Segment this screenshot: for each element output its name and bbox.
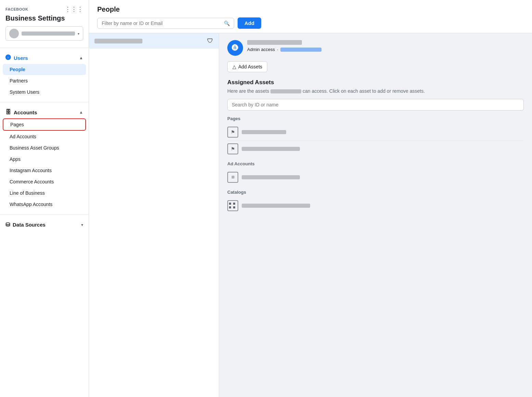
accounts-collapse-icon: ▲ (79, 110, 83, 115)
person-detail-access: Admin access · (247, 47, 524, 52)
accounts-items: Pages Ad Accounts Business Asset Groups … (3, 118, 86, 210)
users-section-header[interactable]: 🅐 Users ▲ (3, 52, 86, 64)
add-assets-button[interactable]: △ Add Assets (227, 61, 267, 72)
shield-icon: 🛡 (207, 37, 213, 44)
person-name-blurred (94, 39, 142, 43)
data-sources-section-title: ⛁ Data Sources (5, 221, 46, 228)
page-icon-1: ⚑ (227, 127, 238, 138)
desc-before: Here are the assets (227, 88, 269, 94)
users-label: Users (14, 55, 28, 61)
access-link-blurred (280, 48, 321, 52)
data-sources-label: Data Sources (13, 222, 46, 228)
sidebar-divider-3 (0, 214, 89, 215)
add-assets-label: Add Assets (238, 64, 262, 69)
data-sources-section-header[interactable]: ⛁ Data Sources ▾ (3, 219, 86, 231)
users-icon: 🅐 (5, 55, 11, 61)
users-collapse-icon: ▲ (79, 55, 83, 60)
sidebar-item-whatsapp-accounts[interactable]: WhatsApp Accounts (3, 199, 86, 210)
users-items: People Partners System Users (3, 64, 86, 98)
pages-row: Pages (3, 118, 86, 131)
users-section: 🅐 Users ▲ People Partners System Users (0, 52, 89, 98)
grid-icon[interactable]: ⋮⋮⋮ (65, 5, 83, 13)
sidebar-item-people[interactable]: People (3, 64, 86, 75)
add-assets-icon: △ (232, 64, 236, 69)
person-detail-info: Admin access · (247, 40, 524, 52)
adacc-name-blur-1 (242, 175, 300, 179)
asset-row-adacc1[interactable]: ⊞ (227, 169, 524, 185)
person-avatar: 🅐 (227, 40, 243, 56)
data-sources-collapse-icon: ▾ (81, 222, 83, 227)
filter-input[interactable] (102, 21, 221, 26)
ad-account-icon-1: ⊞ (227, 172, 238, 183)
asset-row-page1[interactable]: ⚑ (227, 124, 524, 141)
add-button[interactable]: Add (238, 17, 261, 29)
main-toolbar: 🔍 Add (97, 17, 524, 29)
asset-row-cat1[interactable] (227, 197, 524, 214)
ad-accounts-section-label: Ad Accounts (227, 161, 524, 166)
account-avatar (9, 29, 19, 38)
catalogs-section-label: Catalogs (227, 190, 524, 195)
accounts-section: 🗄 Accounts ▲ Pages Ad Accounts Bu (0, 106, 89, 210)
pages-list: ⚑ ⚑ (227, 124, 524, 157)
brand-label: FACEBOOK (5, 7, 28, 11)
content-area: 🛡 🅐 Admin access · (89, 33, 532, 397)
person-row[interactable]: 🛡 (89, 33, 219, 49)
sidebar-divider-1 (0, 48, 89, 48)
sidebar-item-apps[interactable]: Apps (3, 154, 86, 165)
page-name-blur-1 (242, 130, 286, 134)
right-panel: 🅐 Admin access · △ Add Assets Assi (219, 33, 532, 397)
chevron-down-icon: ▾ (78, 32, 79, 36)
accounts-icon: 🗄 (5, 109, 11, 115)
sidebar: FACEBOOK ⋮⋮⋮ Business Settings ▾ 🅐 Users… (0, 0, 89, 397)
main-header: People 🔍 Add (89, 0, 532, 33)
search-assets-input[interactable] (232, 102, 519, 107)
account-name (22, 31, 75, 36)
sidebar-divider-2 (0, 102, 89, 102)
person-detail-name-blurred (247, 40, 302, 45)
person-avatar-icon: 🅐 (232, 44, 239, 52)
catalog-name-blur-1 (242, 204, 310, 208)
admin-access-label: Admin access (247, 47, 275, 52)
catalog-icon-1 (227, 200, 238, 211)
ad-accounts-list: ⊞ (227, 169, 524, 185)
accounts-section-header[interactable]: 🗄 Accounts ▲ (3, 106, 86, 118)
catalogs-list (227, 197, 524, 214)
desc-after: can access. Click on each asset to add o… (303, 88, 425, 94)
biz-settings-title: Business Settings (5, 14, 83, 22)
page-title: People (97, 5, 524, 13)
sidebar-item-business-asset-groups[interactable]: Business Asset Groups (3, 142, 86, 153)
data-sources-section: ⛁ Data Sources ▾ (0, 219, 89, 231)
sidebar-header: FACEBOOK ⋮⋮⋮ Business Settings ▾ (0, 0, 89, 43)
page-icon-2: ⚑ (227, 143, 238, 154)
sidebar-item-partners[interactable]: Partners (3, 75, 86, 86)
page-name-blur-2 (242, 147, 300, 151)
sidebar-item-line-of-business[interactable]: Line of Business (3, 188, 86, 198)
users-section-title: 🅐 Users (5, 55, 28, 61)
assigned-assets-title: Assigned Assets (227, 79, 524, 86)
filter-input-wrap: 🔍 (97, 18, 234, 29)
sidebar-item-ad-accounts[interactable]: Ad Accounts (3, 131, 86, 142)
accounts-label: Accounts (14, 110, 37, 115)
pages-section-label: Pages (227, 116, 524, 121)
search-assets-wrap (227, 99, 524, 111)
person-detail-header: 🅐 Admin access · (227, 40, 524, 56)
assigned-assets-section: Assigned Assets Here are the assets can … (227, 79, 524, 214)
main-content: People 🔍 Add 🛡 🅐 (89, 0, 532, 397)
assigned-assets-desc: Here are the assets can access. Click on… (227, 88, 524, 95)
sidebar-item-system-users[interactable]: System Users (3, 87, 86, 98)
account-switcher[interactable]: ▾ (5, 26, 83, 41)
people-list: 🛡 (89, 33, 219, 397)
sidebar-item-pages[interactable]: Pages (3, 118, 86, 131)
sidebar-item-commerce-accounts[interactable]: Commerce Accounts (3, 176, 86, 187)
sidebar-item-instagram-accounts[interactable]: Instagram Accounts (3, 165, 86, 176)
accounts-section-title: 🗄 Accounts (5, 109, 37, 115)
dot-separator: · (277, 47, 278, 52)
data-sources-icon: ⛁ (5, 221, 10, 228)
search-icon: 🔍 (224, 21, 230, 26)
desc-name-blurred (270, 89, 301, 93)
asset-row-page2[interactable]: ⚑ (227, 141, 524, 157)
